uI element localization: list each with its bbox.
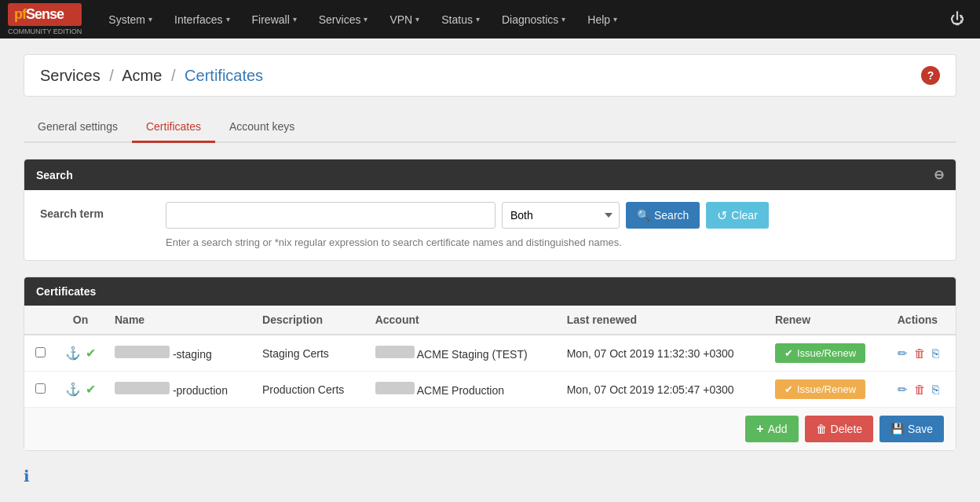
search-button[interactable]: Search — [626, 202, 700, 229]
row1-account-blurred — [375, 346, 415, 358]
tabs-list: General settings Certificates Account ke… — [24, 112, 956, 143]
row2-account-name: ACME Production — [417, 384, 504, 397]
col-checkbox — [24, 306, 56, 335]
row1-delete-icon[interactable]: 🗑 — [914, 346, 926, 360]
search-panel-heading: Search ⊖ — [24, 159, 956, 190]
search-form-controls: Both Name Description Search Clear — [166, 202, 769, 229]
row2-action-icons: ✏ 🗑 ⎘ — [898, 383, 946, 397]
nav-item-help[interactable]: Help ▾ — [576, 0, 628, 38]
nav-item-vpn[interactable]: VPN ▾ — [378, 0, 430, 38]
save-button[interactable]: 💾 Save — [879, 416, 944, 442]
collapse-icon[interactable]: ⊖ — [934, 167, 944, 182]
row2-renew-cell: ✔ Issue/Renew — [766, 372, 888, 408]
row2-check-icon — [86, 382, 96, 397]
row2-on-cell — [56, 372, 105, 408]
row1-checkbox[interactable] — [35, 347, 46, 357]
row1-name-cell: -staging — [105, 335, 253, 372]
row2-copy-icon[interactable]: ⎘ — [932, 383, 939, 396]
row2-actions-cell: ✏ 🗑 ⎘ — [888, 372, 956, 408]
nav-item-system[interactable]: System ▾ — [97, 0, 163, 38]
plus-icon — [756, 422, 763, 436]
certificates-table: On Name Description Account Last renewed… — [24, 306, 956, 407]
row1-on-cell — [56, 335, 105, 372]
row2-issue-renew-button[interactable]: ✔ Issue/Renew — [775, 379, 865, 399]
row1-name-blurred — [115, 346, 170, 358]
main-content: Services / Acme / Certificates ? General… — [0, 38, 980, 501]
breadcrumb-acme[interactable]: Acme — [122, 67, 162, 84]
nav-item-firewall[interactable]: Firewall ▾ — [241, 0, 308, 38]
search-term-label: Search term — [40, 202, 166, 220]
caret-icon: ▾ — [148, 15, 152, 24]
info-icon[interactable]: ℹ — [24, 467, 956, 486]
nav-item-services[interactable]: Services ▾ — [308, 0, 379, 38]
refresh-icon — [717, 208, 727, 223]
add-button[interactable]: Add — [745, 416, 798, 442]
row1-edit-icon[interactable]: ✏ — [898, 346, 908, 361]
caret-icon: ▾ — [226, 15, 230, 24]
caret-icon: ▾ — [415, 15, 419, 24]
row1-action-icons: ✏ 🗑 ⎘ — [898, 346, 946, 361]
table-row: -production Production Certs ACME Produc… — [24, 372, 956, 408]
row1-last-renewed: Mon, 07 Oct 2019 11:32:30 +0300 — [558, 335, 766, 372]
search-panel: Search ⊖ Search term Both Name Descripti… — [24, 159, 956, 261]
navbar: pfSense COMMUNITY EDITION System ▾ Inter… — [0, 0, 980, 38]
row2-anchor-icon[interactable] — [65, 382, 81, 397]
breadcrumb-current: Certificates — [185, 67, 263, 84]
caret-icon: ▾ — [561, 15, 565, 24]
edition-text: COMMUNITY EDITION — [8, 27, 82, 35]
row2-description: Production Certs — [253, 372, 366, 408]
row2-account-cell: ACME Production — [366, 372, 558, 408]
tab-account-keys[interactable]: Account keys — [215, 112, 309, 143]
trash-icon: 🗑 — [816, 423, 827, 435]
search-input[interactable] — [166, 202, 495, 229]
nav-item-diagnostics[interactable]: Diagnostics ▾ — [491, 0, 576, 38]
row1-anchor-icon[interactable] — [65, 346, 81, 361]
navbar-menu: System ▾ Interfaces ▾ Firewall ▾ Service… — [97, 0, 942, 38]
tabs-container: General settings Certificates Account ke… — [24, 112, 956, 143]
row1-name-suffix: -staging — [173, 348, 212, 361]
row2-checkbox[interactable] — [35, 383, 46, 394]
table-actions: Add 🗑 Delete 💾 Save — [24, 407, 956, 450]
table-header-row: On Name Description Account Last renewed… — [24, 306, 956, 335]
help-icon[interactable]: ? — [921, 66, 940, 85]
row1-issue-renew-button[interactable]: ✔ Issue/Renew — [775, 343, 865, 363]
nav-item-interfaces[interactable]: Interfaces ▾ — [163, 0, 240, 38]
row1-actions-cell: ✏ 🗑 ⎘ — [888, 335, 956, 372]
row2-last-renewed: Mon, 07 Oct 2019 12:05:47 +0300 — [558, 372, 766, 408]
logout-icon[interactable]: ⏻ — [942, 11, 972, 27]
certificates-panel: Certificates On Name Description Account… — [24, 277, 956, 451]
col-name: Name — [105, 306, 253, 335]
row1-checkbox-cell — [24, 335, 56, 372]
pfsense-logo: pfSense — [8, 3, 82, 26]
row1-copy-icon[interactable]: ⎘ — [932, 346, 939, 360]
search-icon — [637, 209, 650, 222]
brand-logo: pfSense COMMUNITY EDITION — [8, 3, 82, 35]
clear-button[interactable]: Clear — [706, 202, 768, 229]
col-on: On — [56, 306, 105, 335]
caret-icon: ▾ — [476, 15, 480, 24]
row2-edit-icon[interactable]: ✏ — [898, 383, 908, 397]
tab-general-settings[interactable]: General settings — [24, 112, 132, 143]
breadcrumb-panel: Services / Acme / Certificates ? — [24, 54, 956, 97]
search-type-select[interactable]: Both Name Description — [502, 202, 620, 229]
breadcrumb-services[interactable]: Services — [40, 67, 101, 84]
table-row: -staging Staging Certs ACME Staging (TES… — [24, 335, 956, 372]
row2-name-blurred — [115, 382, 170, 394]
check-icon: ✔ — [784, 347, 793, 359]
search-panel-body: Search term Both Name Description Search — [24, 190, 956, 260]
search-help-text: Enter a search string or *nix regular ex… — [166, 236, 940, 248]
nav-item-status[interactable]: Status ▾ — [430, 0, 491, 38]
col-last-renewed: Last renewed — [558, 306, 766, 335]
delete-button[interactable]: 🗑 Delete — [805, 416, 873, 442]
row2-delete-icon[interactable]: 🗑 — [914, 383, 926, 396]
col-account: Account — [366, 306, 558, 335]
caret-icon: ▾ — [293, 15, 297, 24]
row2-checkbox-cell — [24, 372, 56, 408]
col-actions: Actions — [888, 306, 956, 335]
caret-icon: ▾ — [613, 15, 617, 24]
row1-check-icon — [86, 346, 96, 361]
check-icon: ✔ — [784, 383, 793, 395]
row1-renew-cell: ✔ Issue/Renew — [766, 335, 888, 372]
row2-name-suffix: -production — [173, 384, 228, 397]
tab-certificates[interactable]: Certificates — [132, 112, 215, 143]
